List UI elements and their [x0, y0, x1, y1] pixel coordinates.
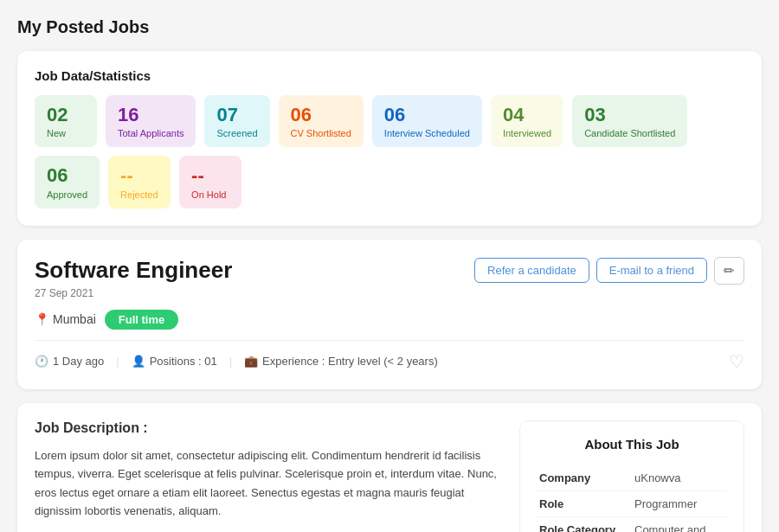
stat-box[interactable]: -- On Hold — [179, 156, 241, 208]
desc-paragraph: Lorem ipsum dolor sit amet, consectetur … — [35, 446, 502, 521]
stat-label: Approved — [47, 189, 87, 200]
stat-box[interactable]: 06 Interview Scheduled — [372, 95, 482, 147]
about-title: About This Job — [536, 437, 728, 452]
refer-candidate-button[interactable]: Refer a candidate — [474, 258, 589, 283]
description-card: Job Description : Lorem ipsum dolor sit … — [17, 403, 762, 532]
positions: 👤 Positions : 01 — [132, 355, 217, 368]
page-title: My Posted Jobs — [17, 17, 762, 37]
stat-box[interactable]: 07 Screened — [204, 95, 269, 147]
stat-label: Interviewed — [503, 128, 551, 138]
desc-paragraphs: Lorem ipsum dolor sit amet, consectetur … — [35, 446, 502, 532]
stat-label: New — [47, 128, 85, 138]
stat-box[interactable]: 03 Candidate Shortlisted — [572, 95, 687, 147]
stat-number: 06 — [47, 164, 87, 187]
job-header: Software Engineer 27 Sep 2021 Refer a ca… — [35, 257, 744, 299]
briefcase-icon: 💼 — [244, 355, 258, 368]
stat-number: 07 — [216, 104, 257, 126]
edit-job-button[interactable]: ✏ — [714, 257, 744, 285]
about-key: Company — [536, 465, 631, 491]
stats-title: Job Data/Statistics — [35, 68, 744, 83]
stat-box[interactable]: -- Rejected — [108, 156, 171, 208]
stat-label: Total Applicants — [118, 128, 183, 138]
edit-icon: ✏ — [724, 263, 735, 278]
stat-label: Interview Scheduled — [384, 128, 470, 138]
stat-label: Candidate Shortlisted — [584, 128, 675, 138]
email-friend-button[interactable]: E-mail to a friend — [596, 258, 707, 283]
stat-label: Rejected — [120, 189, 158, 200]
stat-label: Screened — [216, 128, 257, 138]
location-text: 📍 Mumbai — [35, 312, 96, 326]
meta-row: 🕐 1 Day ago | 👤 Positions : 01 | 💼 Exper… — [35, 340, 744, 372]
desc-layout: Job Description : Lorem ipsum dolor sit … — [35, 420, 744, 532]
about-value: uKnowva — [631, 465, 728, 491]
job-actions: Refer a candidate E-mail to a friend ✏ — [474, 257, 744, 285]
about-table: Company uKnowva Role Programmer Role Cat… — [536, 465, 728, 532]
meta-separator-1: | — [116, 355, 119, 368]
clock-icon: 🕐 — [35, 355, 48, 368]
experience: 💼 Experience : Entry level (< 2 years) — [244, 355, 438, 368]
stat-number: 04 — [503, 104, 551, 126]
stat-number: -- — [191, 164, 229, 187]
stat-box[interactable]: 06 CV Shortlisted — [279, 95, 364, 147]
about-table-row: Company uKnowva — [536, 465, 728, 491]
desc-main: Job Description : Lorem ipsum dolor sit … — [35, 420, 502, 532]
about-table-row: Role Programmer — [536, 490, 728, 516]
about-job-aside: About This Job Company uKnowva Role Prog… — [519, 420, 744, 532]
stat-number: 02 — [47, 104, 85, 126]
about-value: Computer and information technology — [631, 516, 728, 532]
stat-box[interactable]: 06 Approved — [35, 156, 100, 208]
time-ago: 🕐 1 Day ago — [35, 355, 104, 368]
job-title-block: Software Engineer 27 Sep 2021 — [35, 257, 232, 299]
job-title: Software Engineer — [35, 257, 232, 284]
location-row: 📍 Mumbai Full time — [35, 310, 744, 330]
job-date: 27 Sep 2021 — [35, 287, 232, 299]
about-value: Programmer — [631, 490, 728, 516]
job-type-badge: Full time — [105, 310, 178, 330]
location-icon: 📍 — [35, 312, 49, 326]
stat-label: CV Shortlisted — [291, 128, 351, 138]
desc-section-title: Job Description : — [35, 420, 502, 436]
stat-box[interactable]: 04 Interviewed — [491, 95, 563, 147]
stat-box[interactable]: 02 New — [35, 95, 97, 147]
stats-grid: 02 New 16 Total Applicants 07 Screened 0… — [35, 95, 744, 208]
stat-number: -- — [120, 164, 158, 187]
stat-number: 06 — [384, 104, 470, 126]
favorite-button[interactable]: ♡ — [729, 351, 744, 372]
about-table-row: Role Category Computer and information t… — [536, 516, 728, 532]
about-key: Role — [536, 490, 631, 516]
stat-number: 16 — [118, 104, 183, 126]
stat-box[interactable]: 16 Total Applicants — [106, 95, 196, 147]
stat-label: On Hold — [191, 189, 229, 200]
person-icon: 👤 — [132, 355, 145, 368]
stat-number: 06 — [291, 104, 351, 126]
about-key: Role Category — [536, 516, 631, 532]
stats-card: Job Data/Statistics 02 New 16 Total Appl… — [17, 51, 762, 226]
meta-separator-2: | — [229, 355, 232, 368]
job-detail-card: Software Engineer 27 Sep 2021 Refer a ca… — [17, 240, 762, 389]
stat-number: 03 — [584, 104, 675, 126]
